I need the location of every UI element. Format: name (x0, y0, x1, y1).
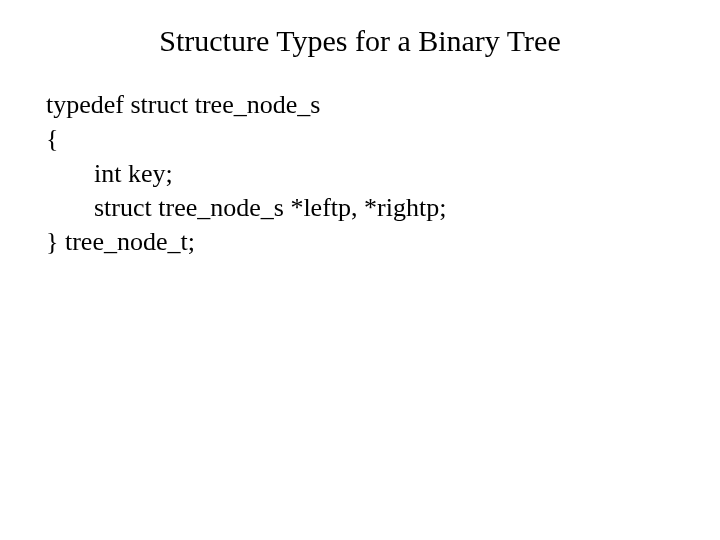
code-line-3: int key; (46, 157, 446, 191)
code-block: typedef struct tree_node_s { int key; st… (46, 88, 446, 260)
code-line-5: } tree_node_t; (46, 225, 446, 259)
slide-title: Structure Types for a Binary Tree (0, 24, 720, 58)
slide: Structure Types for a Binary Tree typede… (0, 0, 720, 540)
code-line-4: struct tree_node_s *leftp, *rightp; (46, 191, 446, 225)
code-line-1: typedef struct tree_node_s (46, 88, 446, 122)
code-line-2: { (46, 122, 446, 156)
